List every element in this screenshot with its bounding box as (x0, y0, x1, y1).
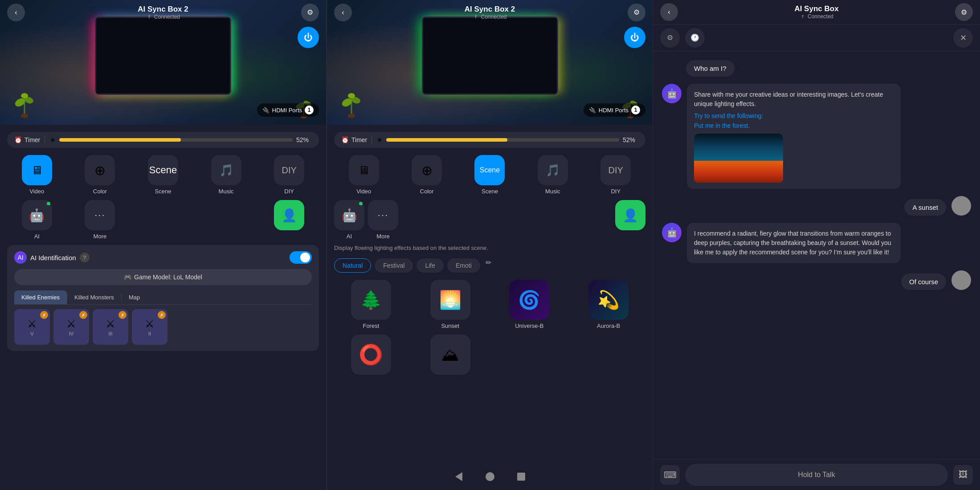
mode-more[interactable]: ··· More (70, 200, 130, 240)
nav-home-button[interactable] (483, 470, 497, 483)
settings-tool-icon: ⚙ (667, 33, 673, 42)
brightness-bar-fill (59, 138, 180, 142)
history-tool-button[interactable]: 🕐 (685, 28, 705, 48)
bot-sub-text: Put me in the forest. (694, 122, 894, 129)
scene-tab-festival[interactable]: Festival (375, 258, 413, 273)
panel2-power-button[interactable]: ⏻ (624, 27, 645, 48)
ai-card-title: AI AI Identification ? (14, 251, 90, 264)
mode-ai[interactable]: 🤖 AI (7, 200, 67, 240)
ai-toggle[interactable] (290, 251, 312, 264)
tab-killed-monsters[interactable]: Killed Monsters (67, 290, 121, 304)
brightness-bar-background[interactable] (59, 138, 293, 142)
mode-more-icon: ··· (94, 209, 105, 221)
tv-frame (87, 18, 239, 107)
panel2-brightness-row: ☀ 52% (376, 136, 638, 144)
tab-killed-enemies[interactable]: Killed Enemies (14, 290, 67, 304)
mode-scene[interactable]: Scene Scene (133, 155, 193, 195)
panel2-mode-video[interactable]: 🖥 Video (334, 155, 393, 195)
panel2-timer-button[interactable]: ⏰ Timer (341, 136, 367, 143)
kill-tabs-row: Killed Enemies Killed Monsters Map (14, 290, 312, 305)
panel2-timer-icon: ⏰ (341, 136, 349, 143)
power-button[interactable]: ⏻ (298, 27, 319, 48)
user-message-2-text: Of course (909, 278, 938, 286)
timer-label: Timer (24, 136, 40, 143)
scene-universe[interactable]: 🌀 Universe-B (493, 280, 567, 329)
panel2-mode-profile[interactable]: 👤 (615, 200, 645, 230)
chat-close-button[interactable]: ✕ (953, 28, 973, 48)
chat-settings-button[interactable]: ⚙ (955, 3, 973, 21)
hold-to-talk-button[interactable]: Hold to Talk (685, 464, 948, 486)
tab-map[interactable]: Map (122, 290, 147, 304)
game-model-button[interactable]: 🎮 Game Model: LoL Model (14, 269, 312, 285)
chat-back-button[interactable]: ‹ (660, 3, 678, 21)
scene-forest[interactable]: 🌲 Forest (334, 280, 408, 329)
scene-bubble-wrap: ⭕ (351, 335, 391, 375)
keyboard-button[interactable]: ⌨ (660, 465, 680, 485)
panel2-mode-music[interactable]: 🎵 Music (523, 155, 582, 195)
panel2-connection-status: Connected (473, 14, 506, 20)
panel2-mode-ai-icon: 🤖 (342, 208, 357, 223)
settings-button[interactable]: ⚙ (301, 4, 319, 21)
sky-portion (694, 134, 783, 161)
scene-tab-natural[interactable]: Natural (334, 258, 371, 273)
image-upload-button[interactable]: 🖼 (953, 465, 973, 485)
kill-quadra-icon: ⚔ (66, 318, 76, 330)
panel2-back-button[interactable]: ‹ (334, 4, 352, 21)
panel2-mode-scene-label: Scene (482, 188, 498, 195)
mode-music[interactable]: 🎵 Music (196, 155, 256, 195)
ai-small-icon: AI (14, 251, 27, 264)
kill-triple[interactable]: ✗ ⚔ III (93, 309, 128, 345)
mode-profile[interactable]: 👤 (259, 200, 319, 240)
panel2-timer-brightness-row: ⏰ Timer ☀ 52% (334, 132, 645, 148)
mode-video[interactable]: 🖥 Video (7, 155, 67, 195)
panel2-tv-frame (414, 18, 566, 107)
nav-back-button[interactable] (452, 470, 466, 483)
scene-mountain[interactable]: ⛰ (413, 335, 487, 375)
panel2-brightness-bar-background[interactable] (386, 138, 619, 142)
kill-quadra[interactable]: ✗ ⚔ IV (53, 309, 89, 345)
panel2-mode-ai[interactable]: 🤖 AI (334, 200, 364, 240)
header-center: AI Sync Box 2 Connected (138, 5, 188, 20)
panel2-settings-button[interactable]: ⚙ (628, 4, 645, 21)
bot-intro-bubble: Share with me your creative ideas or int… (687, 84, 901, 189)
brightness-value: 52% (296, 136, 312, 143)
bot-intro-message: 🤖 Share with me your creative ideas or i… (662, 84, 971, 189)
panel2-mode-row2: 🤖 AI ··· More 👤 (334, 200, 645, 240)
help-button[interactable]: ? (80, 253, 90, 262)
timer-button[interactable]: ⏰ Timer (14, 136, 40, 143)
panel2-hdmi-badge[interactable]: 🔌 HDMI Ports 1 (584, 103, 645, 117)
panel2-mode-scene-icon: Scene (480, 166, 500, 174)
nav-recents-button[interactable] (514, 470, 528, 483)
panel2-header-center: AI Sync Box 2 Connected (465, 5, 515, 20)
mode-color[interactable]: ⊕ Color (70, 155, 130, 195)
mode-diy[interactable]: DIY DIY (259, 155, 319, 195)
kill-double[interactable]: ✗ ⚔ II (132, 309, 167, 345)
panel2-mode-more[interactable]: ··· More (368, 200, 398, 240)
scene-universe-icon: 🌀 (518, 290, 540, 310)
kill-triple-icon: ⚔ (106, 318, 115, 330)
panel2-wifi-icon (473, 15, 479, 19)
settings-tool-button[interactable]: ⚙ (660, 28, 680, 48)
edit-scenes-icon[interactable]: ✏ (486, 258, 491, 273)
panel2-mode-color[interactable]: ⊕ Color (397, 155, 456, 195)
scene-bubble[interactable]: ⭕ (334, 335, 408, 375)
user-message-1-row: A sunset (904, 196, 971, 216)
scene-aurora[interactable]: 💫 Aurora-B (572, 280, 645, 329)
panel2-mode-color-icon: ⊕ (421, 163, 433, 178)
mode-grid-row2: 🤖 AI ··· More 👤 (7, 200, 319, 240)
kill-penta[interactable]: ✗ ⚔ V (14, 309, 50, 345)
scene-tab-life[interactable]: Life (416, 258, 444, 273)
back-button[interactable]: ‹ (7, 4, 25, 21)
panel2-header: ‹ AI Sync Box 2 Connected ⚙ (327, 0, 653, 24)
scene-sunset[interactable]: 🌅 Sunset (413, 280, 487, 329)
hdmi-badge[interactable]: 🔌 HDMI Ports 1 (257, 103, 319, 117)
scene-tab-emoti[interactable]: Emoti (447, 258, 480, 273)
chat-toolbar: ⚙ 🕐 ✕ (653, 24, 980, 51)
svg-point-13 (348, 93, 355, 98)
panel2-mode-diy[interactable]: DIY DIY (586, 155, 645, 195)
scene-bubble-icon: ⭕ (359, 343, 383, 366)
nav-recents-icon (517, 473, 525, 481)
panel2-mode-scene[interactable]: Scene Scene (460, 155, 519, 195)
chat-header: ‹ AI Sync Box Connected ⚙ (653, 0, 980, 24)
who-am-i-button[interactable]: Who am I? (686, 60, 735, 77)
